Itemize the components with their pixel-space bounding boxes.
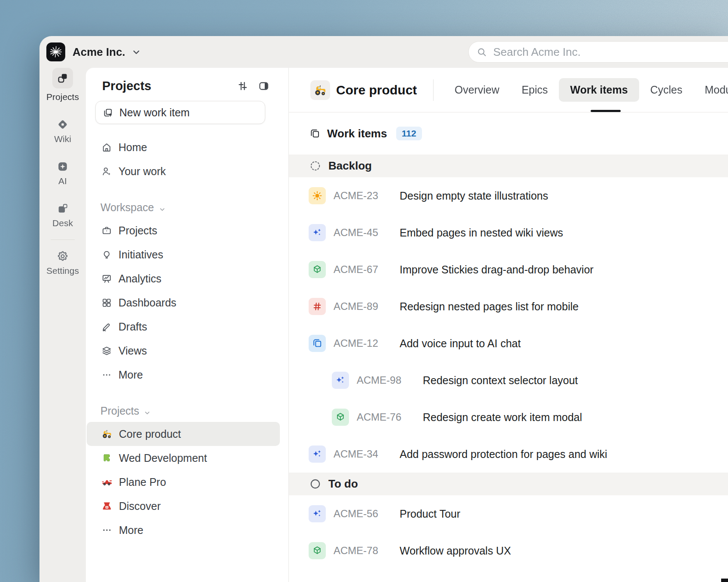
new-work-item-label: New work item bbox=[119, 106, 190, 119]
sidebar-project-label: Plane Pro bbox=[119, 476, 166, 488]
sidebar-project-item[interactable]: Wed Development bbox=[87, 446, 280, 470]
sidebar-item[interactable]: Initiatives bbox=[87, 242, 280, 267]
tab[interactable]: Epics bbox=[510, 78, 559, 102]
sparkles-icon bbox=[309, 446, 326, 463]
puzzle-icon bbox=[101, 452, 112, 464]
work-item-row[interactable]: ACME-76 Redesign create work item modal bbox=[289, 399, 728, 436]
tab[interactable]: Cycles bbox=[639, 78, 694, 102]
taskbar-sliver bbox=[721, 579, 728, 582]
sidebar-header: Projects bbox=[86, 68, 288, 96]
sidebar-project-item[interactable]: More bbox=[87, 518, 280, 542]
briefcase-icon bbox=[101, 225, 112, 236]
sparkles-icon bbox=[309, 505, 326, 522]
search-bar[interactable] bbox=[468, 41, 728, 63]
sidebar-item-label: Initiatives bbox=[118, 249, 163, 261]
work-items-toolbar: Work items 112 bbox=[289, 112, 728, 155]
chevron-down-icon bbox=[158, 203, 166, 211]
work-item-id: ACME-98 bbox=[357, 374, 415, 386]
sidebar-section-workspace[interactable]: Workspace bbox=[86, 196, 288, 218]
chevron-down-icon[interactable] bbox=[131, 47, 142, 58]
rail-item[interactable]: Desk bbox=[52, 203, 73, 228]
workspace-name[interactable]: Acme Inc. bbox=[73, 45, 125, 59]
work-item-id: ACME-34 bbox=[334, 448, 392, 460]
sidebar-item-label: Home bbox=[118, 141, 147, 154]
sidebar-item[interactable]: Analytics bbox=[87, 267, 280, 291]
layers-icon bbox=[101, 346, 112, 356]
work-item-row[interactable]: ACME-34 Add password protection for page… bbox=[289, 436, 728, 473]
tab[interactable]: Overview bbox=[443, 78, 510, 102]
work-item-row[interactable]: ACME-56 Product Tour bbox=[289, 495, 728, 532]
pages-blue-icon bbox=[309, 335, 326, 352]
sidebar-item[interactable]: Drafts bbox=[87, 315, 280, 339]
work-item-id: ACME-67 bbox=[334, 264, 392, 276]
tab[interactable]: Modules bbox=[694, 78, 728, 102]
sidebar-item[interactable]: Views bbox=[87, 339, 280, 363]
sidebar-section-projects[interactable]: Projects bbox=[86, 400, 288, 422]
tab-bar: Overview Epics Work items Cycles Modules bbox=[443, 68, 728, 112]
rail-item[interactable]: Wiki bbox=[54, 118, 71, 144]
work-item-title: Add password protection for pages and wi… bbox=[400, 448, 607, 461]
sidebar: Projects New work item Home Your work bbox=[86, 68, 288, 582]
cube-icon bbox=[309, 261, 326, 278]
search-icon bbox=[476, 47, 487, 58]
workspace-logo[interactable] bbox=[46, 42, 65, 61]
rail-item[interactable]: Projects bbox=[46, 68, 79, 102]
work-item-title: Design empty state illustrations bbox=[400, 190, 548, 202]
work-item-title: Redesign nested pages list for mobile bbox=[400, 300, 579, 313]
work-item-row[interactable]: ACME-23 Design empty state illustrations bbox=[289, 177, 728, 214]
work-item-id: ACME-76 bbox=[357, 411, 415, 423]
new-work-item-button[interactable]: New work item bbox=[95, 101, 265, 124]
sidebar-item[interactable]: More bbox=[87, 363, 280, 387]
panel-icon[interactable] bbox=[258, 80, 270, 92]
hash-icon bbox=[309, 298, 326, 315]
pages-icon bbox=[309, 128, 321, 139]
work-item-title: Add voice input to AI chat bbox=[400, 337, 521, 350]
dots-icon bbox=[101, 370, 112, 380]
pen-icon bbox=[101, 321, 112, 332]
tab[interactable]: Work items bbox=[559, 78, 639, 102]
work-item-row[interactable]: ACME-89 Redesign nested pages list for m… bbox=[289, 288, 728, 325]
project-header: Core product Overview Epics Work items C… bbox=[289, 68, 728, 112]
group-header-backlog[interactable]: Backlog bbox=[289, 155, 728, 177]
app-window: Acme Inc. Projects Wiki AI Desk Settings bbox=[39, 36, 728, 582]
work-item-row[interactable]: ACME-12 Add voice input to AI chat bbox=[289, 325, 728, 362]
sidebar-item[interactable]: Your work bbox=[87, 159, 280, 183]
tab-label: Epics bbox=[522, 84, 548, 96]
work-item-row[interactable]: ACME-45 Embed pages in nested wiki views bbox=[289, 214, 728, 251]
active-tab-indicator bbox=[591, 110, 621, 112]
sidebar-item-label: Analytics bbox=[118, 273, 161, 285]
chevron-down-icon bbox=[143, 407, 151, 415]
sidebar-item[interactable]: Home bbox=[87, 135, 280, 159]
project-icon-tile bbox=[310, 80, 330, 100]
work-item-row[interactable]: ACME-67 Improve Stickies drag-and-drop b… bbox=[289, 251, 728, 288]
work-item-id: ACME-56 bbox=[334, 508, 392, 520]
cube-icon bbox=[332, 409, 349, 426]
work-items-count-badge: 112 bbox=[396, 127, 422, 140]
sparkles-icon bbox=[332, 372, 349, 389]
home-icon bbox=[101, 142, 112, 153]
sidebar-item[interactable]: Projects bbox=[87, 218, 280, 242]
user-star-icon bbox=[101, 166, 112, 177]
rail-item-label: Projects bbox=[46, 92, 79, 102]
logo-burst-icon bbox=[49, 45, 63, 59]
desk-icon bbox=[57, 203, 69, 215]
tab-label: Modules bbox=[705, 84, 728, 96]
sidebar-item-label: Views bbox=[118, 345, 147, 357]
cube-icon bbox=[309, 542, 326, 559]
rail-item-settings[interactable]: Settings bbox=[46, 250, 79, 276]
group-header-todo[interactable]: To do bbox=[289, 473, 728, 495]
racecar-icon bbox=[101, 476, 112, 488]
sidebar-project-item[interactable]: Discover bbox=[87, 494, 280, 518]
sidebar-project-item[interactable]: Core product bbox=[87, 422, 280, 446]
work-item-row[interactable]: ACME-98 Redesign context selector layout bbox=[289, 362, 728, 399]
work-item-title: Improve Stickies drag-and-drop behavior bbox=[400, 264, 594, 276]
main-panel: Core product Overview Epics Work items C… bbox=[288, 68, 728, 582]
sidebar-item[interactable]: Dashboards bbox=[87, 291, 280, 315]
sidebar-project-item[interactable]: Plane Pro bbox=[87, 470, 280, 494]
app-rail: Projects Wiki AI Desk Settings bbox=[39, 68, 86, 582]
search-input[interactable] bbox=[492, 45, 728, 59]
sidebar-projects-nav: Core product Wed Development Plane Pro D… bbox=[87, 422, 280, 542]
adjustments-icon[interactable] bbox=[237, 80, 249, 92]
rail-item[interactable]: AI bbox=[57, 161, 69, 186]
work-item-row[interactable]: ACME-78 Workflow approvals UX bbox=[289, 532, 728, 569]
